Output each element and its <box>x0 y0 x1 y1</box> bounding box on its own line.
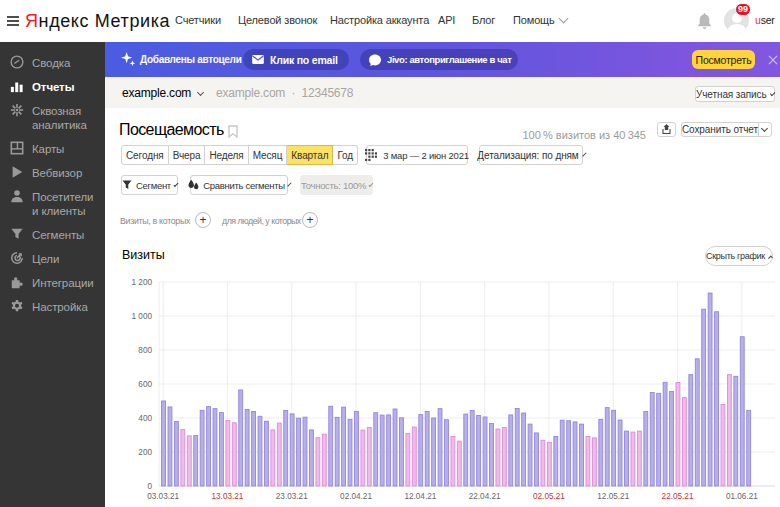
svg-text:02.05.21: 02.05.21 <box>533 492 565 501</box>
svg-text:22.05.21: 22.05.21 <box>662 492 694 501</box>
svg-text:02.04.21: 02.04.21 <box>340 492 372 501</box>
svg-text:12.04.21: 12.04.21 <box>404 492 436 501</box>
svg-text:01.06.21: 01.06.21 <box>726 492 758 501</box>
svg-text:23.03.21: 23.03.21 <box>276 492 308 501</box>
svg-text:1 000: 1 000 <box>132 312 153 321</box>
svg-text:800: 800 <box>138 346 152 355</box>
svg-text:22.04.21: 22.04.21 <box>469 492 501 501</box>
svg-text:600: 600 <box>138 380 152 389</box>
svg-text:1 200: 1 200 <box>132 278 153 287</box>
svg-text:200: 200 <box>138 448 152 457</box>
svg-text:12.05.21: 12.05.21 <box>597 492 629 501</box>
svg-text:03.03.21: 03.03.21 <box>147 492 179 501</box>
svg-text:13.03.21: 13.03.21 <box>212 492 244 501</box>
svg-text:0: 0 <box>147 482 152 491</box>
svg-text:400: 400 <box>138 414 152 423</box>
